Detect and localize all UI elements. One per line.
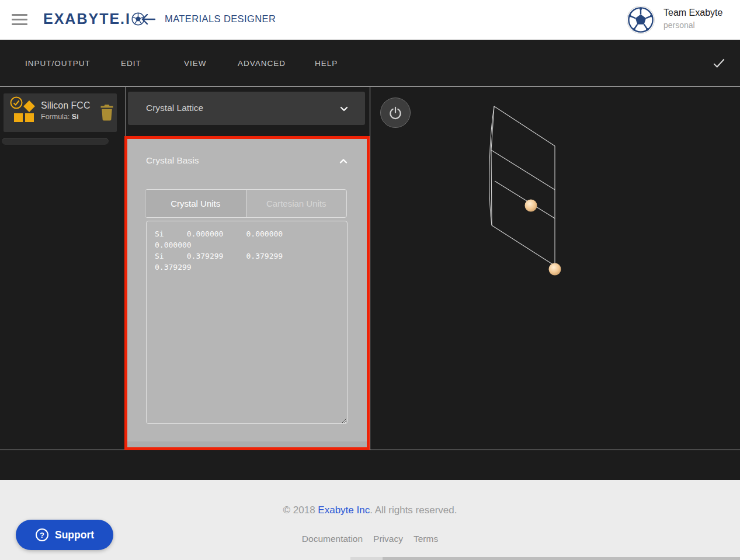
menu-input-output[interactable]: INPUT/OUTPUT (25, 40, 91, 86)
atom-si-2[interactable] (549, 263, 561, 276)
copyright-suffix: . All rights reserved. (370, 505, 457, 516)
copyright-prefix: © 2018 (283, 505, 318, 516)
user-name: Team Exabyte (663, 8, 736, 18)
tab-crystal-units[interactable]: Crystal Units (145, 190, 246, 217)
link-terms[interactable]: Terms (414, 534, 438, 544)
exabyte-logo[interactable]: EXABYTE.I (43, 11, 145, 27)
material-package-icon (11, 97, 37, 127)
menu-edit[interactable]: EDIT (121, 40, 141, 86)
crystal-basis-title: Crystal Basis (146, 155, 199, 166)
link-documentation[interactable]: Documentation (302, 534, 363, 544)
basis-units-tabs: Crystal Units Cartesian Units (145, 189, 347, 218)
company-link[interactable]: Exabyte Inc (318, 505, 370, 516)
package-square-shape (25, 113, 34, 122)
unit-cell-wireframe (489, 106, 555, 266)
package-square-shape (14, 113, 23, 122)
question-circle-icon: ? (35, 528, 49, 542)
materials-designer-app: EXABYTE.I MATERIALS DESIGNER (0, 0, 740, 560)
tab-cartesian-units[interactable]: Cartesian Units (246, 190, 347, 217)
chevron-down-icon[interactable] (337, 102, 351, 116)
highlight-annotation-crystal-basis: Crystal Basis Crystal Units Cartesian Un… (124, 136, 370, 450)
crystal-lattice-panel[interactable]: Crystal Lattice (128, 92, 365, 125)
support-button[interactable]: ? Support (16, 520, 113, 550)
user-info[interactable]: Team Exabyte personal (663, 8, 736, 30)
horizontal-scrollbar-thumb[interactable] (383, 557, 740, 560)
sidebar-scrollbar[interactable] (2, 138, 109, 145)
package-diamond-shape (23, 100, 35, 112)
back-arrow-icon[interactable] (141, 14, 156, 25)
delete-material-icon[interactable] (99, 103, 115, 121)
menu-view[interactable]: VIEW (184, 40, 207, 86)
header: EXABYTE.I MATERIALS DESIGNER (0, 0, 740, 40)
menubar: INPUT/OUTPUT EDIT VIEW ADVANCED HELP (0, 40, 740, 86)
material-name: Silicon FCC (41, 100, 99, 111)
team-avatar[interactable] (627, 6, 654, 33)
link-privacy[interactable]: Privacy (373, 534, 403, 544)
crystal-lattice-title: Crystal Lattice (146, 103, 203, 113)
copyright-line: © 2018 Exabyte Inc. All rights reserved. (0, 505, 740, 516)
chevron-up-icon[interactable] (336, 154, 350, 168)
user-context: personal (663, 20, 736, 30)
page-title: MATERIALS DESIGNER (165, 13, 276, 25)
logo-text: EXABYTE.I (43, 11, 131, 27)
atom-si-1[interactable] (525, 200, 537, 212)
material-card-silicon-fcc[interactable]: Silicon FCC Formula: Si (4, 93, 117, 132)
hamburger-menu-icon[interactable] (12, 14, 27, 26)
basis-coordinates-textarea[interactable]: Si 0.000000 0.000000 0.000000 Si 0.37929… (146, 221, 348, 424)
footer: © 2018 Exabyte Inc. All rights reserved.… (0, 480, 740, 560)
formula-label: Formula: (41, 113, 70, 121)
menu-help[interactable]: HELP (315, 40, 338, 86)
material-text: Silicon FCC Formula: Si (41, 100, 99, 121)
formula-value: Si (72, 113, 79, 121)
material-formula: Formula: Si (41, 113, 99, 121)
menu-advanced[interactable]: ADVANCED (238, 40, 286, 86)
save-check-icon[interactable] (711, 55, 727, 71)
question-glyph: ? (40, 531, 44, 540)
support-label: Support (55, 529, 94, 541)
crystal-structure-3d-view[interactable] (370, 87, 740, 450)
content-area: Silicon FCC Formula: Si Crystal Lattice … (0, 86, 740, 480)
check-circle-icon (9, 96, 23, 110)
